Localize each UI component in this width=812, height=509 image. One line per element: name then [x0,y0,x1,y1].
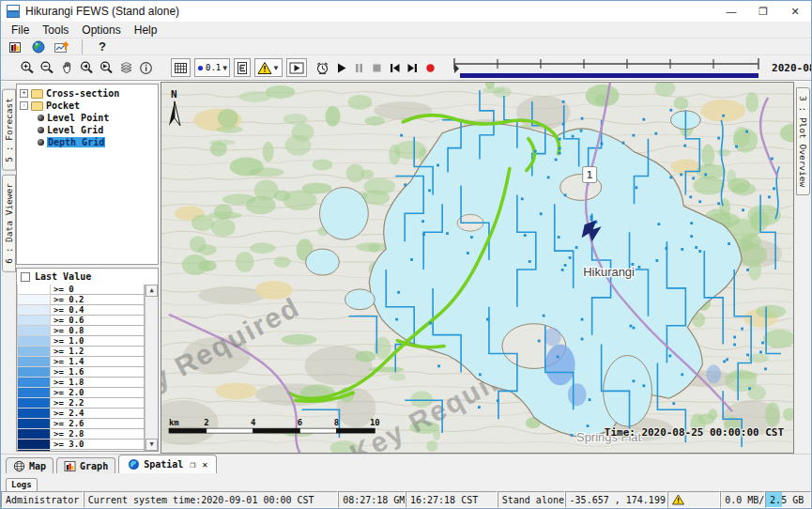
zoom-out-icon[interactable] [39,59,55,76]
expand-icon[interactable]: + [20,89,28,98]
status-system-time: Current system time:2020-09-01 00:00 CST [84,491,338,508]
tab-map[interactable]: Map [6,457,54,473]
legend-color-swatch [17,326,51,336]
legend-row: >= 1.2 [17,347,145,357]
pan-hand-icon[interactable] [59,59,75,76]
svg-text:10: 10 [370,418,380,427]
status-coordinates: -35.657 , 174.199 [565,491,668,508]
zoom-previous-icon[interactable] [79,59,95,76]
menu-options[interactable]: Options [75,23,127,37]
chevron-down-icon: ▼ [222,64,227,72]
last-value-label: Last Value [35,271,91,282]
tab-data-viewer[interactable]: 6 : Data Viewer [2,175,16,272]
map-display-icon[interactable] [30,39,47,55]
grid-scale-dropdown[interactable]: 0.1 ▼ [194,58,230,77]
zoom-in-icon[interactable] [20,59,36,76]
scroll-up-icon[interactable]: ▲ [146,285,158,297]
tree-item-depth-grid[interactable]: Depth Grid [17,136,158,148]
svg-text:6: 6 [298,418,302,427]
folder-icon [31,89,43,99]
tree-item-level-point[interactable]: Level Point [17,112,158,124]
step-forward-icon[interactable] [406,59,420,76]
status-gmt-time: 08:27:18 GMT [338,491,406,508]
legend-class-label: >= 2.6 [51,419,145,429]
legend-row: >= 2.2 [17,398,145,409]
chevron-down-icon: ▼ [272,64,280,72]
node-dot-icon [38,139,44,146]
scroll-down-icon[interactable]: ▼ [146,439,158,451]
animation-panel-button[interactable] [286,58,307,77]
logs-button[interactable]: Logs [6,478,38,492]
legend-row: >= 0.2 [17,295,145,305]
menu-bar: File Tools Options Help [1,22,811,39]
forecast-chart-icon[interactable] [54,39,70,55]
stop-icon[interactable] [370,59,384,76]
menu-help[interactable]: Help [128,23,164,37]
main-toolbar: ? [1,39,811,55]
legend-scrollbar[interactable]: ▲ ▼ [145,285,158,451]
legend-class-label: >= 0.8 [51,326,145,336]
step-back-icon[interactable] [388,59,402,76]
status-user: Administrator [1,491,84,508]
legend-class-label: >= 1.0 [51,336,145,347]
folder-icon [31,101,43,111]
legend-button[interactable] [234,58,251,77]
layers-icon[interactable] [118,59,134,76]
svg-text:8: 8 [334,418,339,427]
close-panel-icon[interactable]: ✕ [202,459,207,470]
time-series-display-icon[interactable] [7,39,23,55]
map-toolbar: 0.1 ▼ ▼ [1,55,811,82]
grid-layer-button[interactable] [171,58,191,77]
tab-plot-overview[interactable]: 3 : Plot Overview [796,87,810,195]
help-icon[interactable]: ? [94,39,111,55]
tab-graph[interactable]: Graph [56,457,115,473]
tab-spatial[interactable]: Spatial ❐ ✕ [118,455,217,473]
warnings-dropdown[interactable]: ▼ [254,58,283,77]
bar-chart-icon [64,460,76,472]
globe-wire-icon [13,460,25,472]
tree-item-cross-section[interactable]: + Cross-section [17,87,158,100]
map-canvas[interactable]: API Key RequiredAPI Key Required1API Key… [161,82,794,454]
legend-color-swatch [17,398,51,409]
tree-item-level-grid[interactable]: Level Grid [17,124,158,136]
legend-row: >= 0.4 [17,305,145,316]
legend-color-swatch [17,388,51,398]
tree-item-pocket[interactable]: - Pocket [17,100,158,112]
status-memory: 2.5 GB [765,491,811,508]
status-warning-cell[interactable] [667,491,720,508]
legend-color-swatch [17,316,51,326]
grid-scale-value: 0.1 [206,63,221,72]
pause-icon[interactable] [352,59,366,76]
minimize-button[interactable]: — [715,1,747,22]
animation-speed-icon[interactable] [314,59,330,76]
legend-row: >= 0 [17,285,145,295]
legend-class-label: >= 0.2 [51,295,145,305]
menu-file[interactable]: File [5,23,36,37]
maximize-button[interactable]: ❐ [747,1,779,22]
map-image[interactable]: API Key RequiredAPI Key Required1API Key… [161,83,793,453]
legend-class-label: >= 2.8 [51,429,145,440]
maximize-panel-icon[interactable]: ❐ [190,459,195,470]
zoom-next-icon[interactable] [99,59,115,76]
record-icon[interactable] [423,59,437,76]
legend-color-swatch [17,440,51,450]
time-slider[interactable] [451,55,762,80]
svg-text:km: km [169,418,179,427]
info-icon[interactable] [138,59,154,76]
legend-class-label: >= 0 [51,285,145,295]
play-icon[interactable] [334,59,348,76]
tab-forecast[interactable]: 5 : Forecast [2,89,16,171]
collapse-icon[interactable]: - [20,101,28,110]
menu-tools[interactable]: Tools [36,23,75,37]
legend-color-swatch [17,378,51,388]
legend-row: >= 0.6 [17,316,145,326]
close-button[interactable]: ✕ [779,1,811,22]
legend-class-table: >= 0>= 0.2>= 0.4>= 0.6>= 0.8>= 1.0>= 1.2… [17,285,145,451]
legend-class-label: >= 0.6 [51,316,145,326]
legend-row: >= 1.8 [17,378,145,388]
legend-color-swatch [17,367,51,378]
node-dot-icon [38,115,44,121]
flood-pond [319,187,368,239]
legend-row: >= 3.0 [17,440,145,450]
last-value-checkbox[interactable] [21,272,30,282]
